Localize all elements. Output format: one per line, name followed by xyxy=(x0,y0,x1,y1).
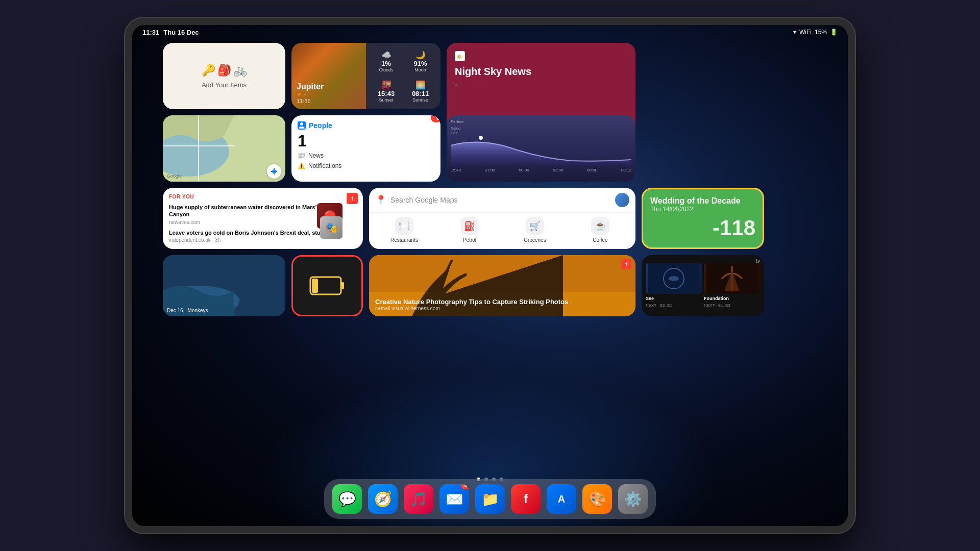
battery-display xyxy=(293,257,361,315)
status-date: Thu 16 Dec xyxy=(163,29,199,36)
night-sky-subtitle: -- xyxy=(455,81,627,89)
gmaps-category-restaurants[interactable]: 🍽️ Restaurants xyxy=(373,217,435,243)
battery-widget[interactable] xyxy=(291,255,363,316)
sunrise-stat: 🌅 08:11 Sunrise xyxy=(404,77,436,105)
photo-label: Dec 16 - Monkeys xyxy=(167,308,208,313)
appletv-show-foundation[interactable]: Foundation NEXT · S1, E3 xyxy=(704,263,760,312)
dock-app-utilities[interactable]: ⚙️ xyxy=(618,484,648,514)
people-count: 1 xyxy=(298,133,434,149)
foundation-show-title: Foundation xyxy=(704,296,760,301)
jupiter-arrow: ↑ xyxy=(304,92,307,98)
notif-label: Notifications xyxy=(308,162,341,169)
gmaps-profile-avatar[interactable] xyxy=(615,193,629,207)
night-sky-title: Night Sky News xyxy=(455,65,627,78)
photo-widget[interactable]: Dec 16 - Monkeys xyxy=(163,255,285,316)
petrol-label: Petrol xyxy=(463,237,476,243)
gmaps-category-coffee[interactable]: ☕ Coffee xyxy=(569,217,631,243)
messages-icon: 💬 xyxy=(338,491,356,508)
rss-icon xyxy=(455,51,465,61)
people-app-icon xyxy=(298,121,306,130)
restaurants-icon: 🍽️ xyxy=(395,217,413,235)
svg-rect-13 xyxy=(312,279,318,293)
calendar-event-date: Thu 14/04/2022 xyxy=(650,206,755,213)
calendar-widget[interactable]: Wedding of the Decade Thu 14/04/2022 -11… xyxy=(642,188,764,249)
people-widget[interactable]: People 1 📰 News 24 ⚠️ Notifications 5 xyxy=(291,115,440,182)
news-thumb-2: 🎭 xyxy=(320,216,342,239)
dock-app-flipboard[interactable]: f xyxy=(511,484,541,514)
calendar-event-title: Wedding of the Decade xyxy=(650,196,755,206)
sun-icon: ☀ xyxy=(297,91,302,98)
nature-photo-title: Creative Nature Photography Tips to Capt… xyxy=(375,298,568,306)
svg-point-7 xyxy=(300,122,303,126)
news-thumb-img-2: 🎭 xyxy=(320,216,342,239)
foundation-show-thumbnail xyxy=(704,263,760,294)
time-6: 08:12 xyxy=(621,168,631,172)
appletv-show-see[interactable]: See NEXT · S2, E1 xyxy=(646,263,702,312)
news-label: News xyxy=(308,152,324,159)
gmaps-search-placeholder[interactable]: Search Google Maps xyxy=(390,196,611,204)
sunset-stat: 🌇 15:43 Sunset xyxy=(370,77,402,105)
battery-label: 15% xyxy=(815,29,827,36)
time-2: 21:00 xyxy=(485,168,495,172)
dock-app-files[interactable]: 📁 xyxy=(475,484,505,514)
svg-point-8 xyxy=(479,136,483,140)
nature-flipboard-badge: f xyxy=(621,259,631,269)
mail-icon: ✉️ xyxy=(446,491,463,508)
fair-label: Fair xyxy=(451,131,458,135)
chart-area xyxy=(451,135,631,166)
add-items-widget[interactable]: 🔑 🎒 🚲 Add Your Items xyxy=(163,43,285,109)
key-emoji: 🔑 xyxy=(202,64,215,77)
wallpaper: 11:31 Thu 16 Dec ▾ WiFi 15% 🔋 🔑 🎒 xyxy=(132,25,848,526)
sunrise-val: 08:11 xyxy=(412,90,429,97)
coffee-icon: ☕ xyxy=(591,217,609,235)
appletv-widget[interactable]: tv See NEXT · S2, E1 xyxy=(642,255,764,316)
see-show-thumbnail xyxy=(646,263,702,294)
dock-app-appstore[interactable]: A xyxy=(547,484,576,514)
music-icon: 🎵 xyxy=(410,491,428,508)
maps-location-button[interactable] xyxy=(267,164,281,179)
add-items-emojis: 🔑 🎒 🚲 xyxy=(202,64,247,77)
news-stat: 📰 News 24 xyxy=(298,152,434,159)
nature-label: Creative Nature Photography Tips to Capt… xyxy=(375,298,568,311)
flipboard-icon: f xyxy=(351,195,353,202)
status-bar: 11:31 Thu 16 Dec ▾ WiFi 15% 🔋 xyxy=(132,25,848,39)
moon-val: 91% xyxy=(413,60,427,67)
safari-icon: 🧭 xyxy=(374,491,392,508)
jupiter-time: 11:36 xyxy=(297,98,361,104)
time-5: 06:00 xyxy=(587,168,597,172)
time-labels: 15:43 21:00 00:00 03:00 06:00 08:12 xyxy=(451,168,631,172)
restaurants-label: Restaurants xyxy=(390,237,418,243)
time-3: 00:00 xyxy=(519,168,529,172)
dock-app-music[interactable]: 🎵 xyxy=(404,484,433,514)
jupiter-widget[interactable]: Jupiter ☀ ↑ 11:36 ☁️ 1% Clouds xyxy=(291,43,440,109)
gmaps-search-bar[interactable]: 📍 Search Google Maps xyxy=(369,188,635,213)
ocean-waves-illustration xyxy=(163,255,285,316)
svg-rect-12 xyxy=(341,282,344,289)
battery-icon: 🔋 xyxy=(830,29,838,36)
nature-photo-widget[interactable]: f Creative Nature Photography Tips to Ca… xyxy=(369,255,635,316)
dock-app-colors[interactable]: 🎨 xyxy=(582,484,612,514)
mail-badge: 30 xyxy=(461,484,469,489)
dock-app-mail[interactable]: ✉️ 30 xyxy=(439,484,469,514)
calendar-event-count: -118 xyxy=(650,216,755,240)
coffee-label: Coffee xyxy=(593,237,607,243)
jupiter-temp-row: ☀ ↑ xyxy=(297,91,361,98)
weather-chart-widget[interactable]: Perfect Good Fair xyxy=(447,115,635,182)
add-items-label: Add Your Items xyxy=(202,81,247,89)
maps-thumbnail-widget[interactable]: Google xyxy=(163,115,285,182)
time-4: 03:00 xyxy=(553,168,563,172)
utilities-icon: ⚙️ xyxy=(624,491,642,508)
news-widget[interactable]: f FOR YOU Huge supply of subterranean wa… xyxy=(163,188,363,249)
gmaps-category-petrol[interactable]: ⛽ Petrol xyxy=(438,217,501,243)
gmaps-category-groceries[interactable]: 🛒 Groceries xyxy=(504,217,566,243)
notifications-stat: ⚠️ Notifications 5 xyxy=(298,162,434,169)
dock-app-messages[interactable]: 💬 xyxy=(332,484,362,514)
good-label: Good xyxy=(451,126,461,131)
wifi-signal-icon: WiFi xyxy=(799,29,812,36)
clouds-icon: ☁️ xyxy=(381,50,391,60)
perfect-label: Perfect xyxy=(451,119,463,124)
dock-app-safari[interactable]: 🧭 xyxy=(368,484,398,514)
foundation-thumbnail-svg xyxy=(704,263,760,294)
google-maps-widget[interactable]: 📍 Search Google Maps 🍽️ Restaurants ⛽ Pe… xyxy=(369,188,635,249)
maps-logo: Google xyxy=(167,173,182,179)
